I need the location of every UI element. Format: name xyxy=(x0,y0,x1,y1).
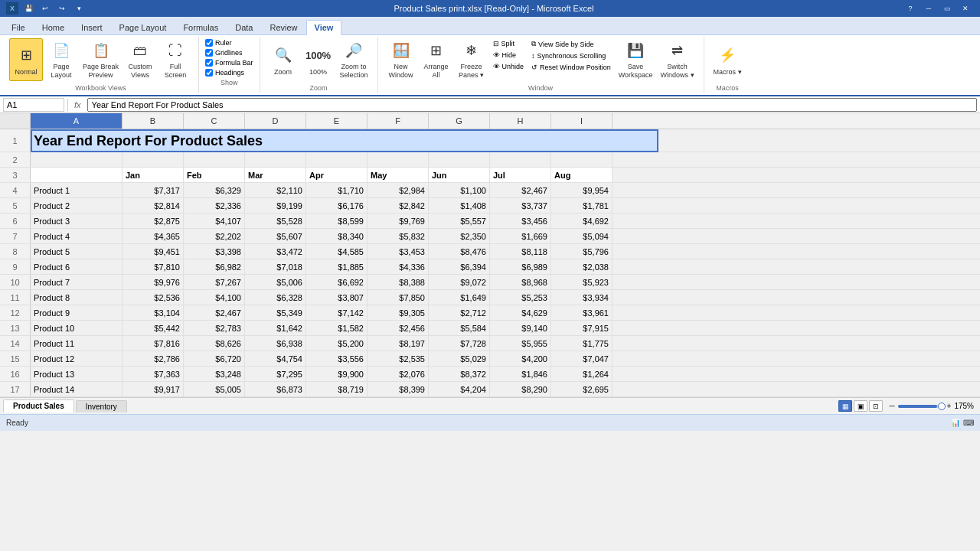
cell-b15[interactable]: $2,786 xyxy=(122,351,184,366)
cell-i12[interactable]: $3,961 xyxy=(551,305,612,320)
zoom-slider[interactable] xyxy=(898,405,944,408)
cell-a2[interactable] xyxy=(31,152,122,167)
cell-g3[interactable]: Jun xyxy=(429,168,490,182)
insert-function-button[interactable]: fx xyxy=(71,100,84,109)
restore-button[interactable]: ▭ xyxy=(939,2,956,15)
cell-g10[interactable]: $9,072 xyxy=(429,275,490,289)
cell-f7[interactable]: $5,832 xyxy=(368,229,429,243)
cell-b4[interactable]: $7,317 xyxy=(122,183,184,197)
cell-g8[interactable]: $8,476 xyxy=(429,244,490,259)
tab-home[interactable]: Home xyxy=(34,20,73,34)
cell-e7[interactable]: $8,340 xyxy=(306,229,368,243)
cell-c4[interactable]: $6,329 xyxy=(184,183,245,197)
tab-file[interactable]: File xyxy=(3,20,34,34)
page-break-view-btn[interactable]: ⊡ xyxy=(869,400,883,412)
cell-g12[interactable]: $2,712 xyxy=(429,305,490,320)
cell-d2[interactable] xyxy=(245,152,306,167)
cell-c11[interactable]: $4,100 xyxy=(184,290,245,305)
cell-a4[interactable]: Product 1 xyxy=(31,183,122,197)
cell-i17[interactable]: $2,695 xyxy=(551,382,612,396)
cell-c7[interactable]: $2,202 xyxy=(184,229,245,243)
cell-i2[interactable] xyxy=(551,152,612,167)
cell-f11[interactable]: $7,850 xyxy=(368,290,429,305)
cell-g14[interactable]: $7,728 xyxy=(429,336,490,350)
cell-i14[interactable]: $1,775 xyxy=(551,336,612,350)
tab-review[interactable]: Review xyxy=(261,20,305,34)
row-num-16[interactable]: 16 xyxy=(0,367,31,381)
cell-a10[interactable]: Product 7 xyxy=(31,275,122,289)
cell-b7[interactable]: $4,365 xyxy=(122,229,184,243)
cell-b10[interactable]: $9,976 xyxy=(122,275,184,289)
new-window-button[interactable]: 🪟 NewWindow xyxy=(384,38,418,81)
cell-h9[interactable]: $6,989 xyxy=(490,259,551,274)
cell-i9[interactable]: $2,038 xyxy=(551,259,612,274)
row-num-4[interactable]: 4 xyxy=(0,183,31,197)
cell-h12[interactable]: $4,629 xyxy=(490,305,551,320)
cell-h15[interactable]: $4,200 xyxy=(490,351,551,366)
cell-b5[interactable]: $2,814 xyxy=(122,198,184,213)
zoom-plus[interactable]: + xyxy=(947,402,952,410)
cell-a6[interactable]: Product 3 xyxy=(31,214,122,228)
cell-f13[interactable]: $2,456 xyxy=(368,321,429,335)
synchronous-scrolling-button[interactable]: ↕ Synchronous Scrolling xyxy=(528,51,614,61)
zoom-level[interactable]: 175% xyxy=(954,402,974,410)
cell-d9[interactable]: $7,018 xyxy=(245,259,306,274)
sheet-tab-product-sales[interactable]: Product Sales xyxy=(3,399,74,412)
cell-d13[interactable]: $1,642 xyxy=(245,321,306,335)
arrange-all-button[interactable]: ⊞ ArrangeAll xyxy=(420,38,453,81)
cell-d3[interactable]: Mar xyxy=(245,168,306,182)
normal-view-btn[interactable]: ▦ xyxy=(838,400,852,412)
col-header-i[interactable]: I xyxy=(551,113,612,129)
cell-a9[interactable]: Product 6 xyxy=(31,259,122,274)
row-num-3[interactable]: 3 xyxy=(0,168,31,182)
row-num-14[interactable]: 14 xyxy=(0,336,31,350)
cell-d10[interactable]: $5,006 xyxy=(245,275,306,289)
cell-a12[interactable]: Product 9 xyxy=(31,305,122,320)
split-button[interactable]: ⊟ Split xyxy=(490,38,528,49)
cell-f16[interactable]: $2,076 xyxy=(368,367,429,381)
col-header-f[interactable]: F xyxy=(368,113,429,129)
cell-i15[interactable]: $7,047 xyxy=(551,351,612,366)
row-num-15[interactable]: 15 xyxy=(0,351,31,366)
cell-a17[interactable]: Product 14 xyxy=(31,382,122,396)
cell-h3[interactable]: Jul xyxy=(490,168,551,182)
cell-i3[interactable]: Aug xyxy=(551,168,612,182)
cell-b17[interactable]: $9,917 xyxy=(122,382,184,396)
cell-d16[interactable]: $7,295 xyxy=(245,367,306,381)
cell-e17[interactable]: $8,719 xyxy=(306,382,368,396)
cell-c9[interactable]: $6,982 xyxy=(184,259,245,274)
cell-g7[interactable]: $2,350 xyxy=(429,229,490,243)
cell-e3[interactable]: Apr xyxy=(306,168,368,182)
minimize-button[interactable]: ─ xyxy=(920,2,937,15)
cell-e15[interactable]: $3,556 xyxy=(306,351,368,366)
cell-a13[interactable]: Product 10 xyxy=(31,321,122,335)
cell-c5[interactable]: $2,336 xyxy=(184,198,245,213)
cell-c10[interactable]: $7,267 xyxy=(184,275,245,289)
cell-c3[interactable]: Feb xyxy=(184,168,245,182)
cell-f6[interactable]: $9,769 xyxy=(368,214,429,228)
cell-g6[interactable]: $5,557 xyxy=(429,214,490,228)
cell-c15[interactable]: $6,720 xyxy=(184,351,245,366)
cell-a8[interactable]: Product 5 xyxy=(31,244,122,259)
cell-g11[interactable]: $1,649 xyxy=(429,290,490,305)
row-num-11[interactable]: 11 xyxy=(0,290,31,305)
cell-c12[interactable]: $2,467 xyxy=(184,305,245,320)
cell-e10[interactable]: $6,692 xyxy=(306,275,368,289)
cell-e16[interactable]: $9,900 xyxy=(306,367,368,381)
cell-b13[interactable]: $5,442 xyxy=(122,321,184,335)
cell-h14[interactable]: $5,955 xyxy=(490,336,551,350)
cell-b2[interactable] xyxy=(122,152,184,167)
cell-a3[interactable] xyxy=(31,168,122,182)
cell-a11[interactable]: Product 8 xyxy=(31,290,122,305)
tab-formulas[interactable]: Formulas xyxy=(175,20,227,34)
cell-g13[interactable]: $5,584 xyxy=(429,321,490,335)
zoom-to-selection-button[interactable]: 🔎 Zoom toSelection xyxy=(337,38,371,81)
cell-h13[interactable]: $9,140 xyxy=(490,321,551,335)
cell-h5[interactable]: $3,737 xyxy=(490,198,551,213)
cell-f3[interactable]: May xyxy=(368,168,429,182)
cell-g2[interactable] xyxy=(429,152,490,167)
cell-i4[interactable]: $9,954 xyxy=(551,183,612,197)
switch-windows-button[interactable]: ⇌ SwitchWindows ▾ xyxy=(658,38,697,81)
normal-view-button[interactable]: ⊞ Normal xyxy=(9,38,43,81)
cell-h11[interactable]: $5,253 xyxy=(490,290,551,305)
